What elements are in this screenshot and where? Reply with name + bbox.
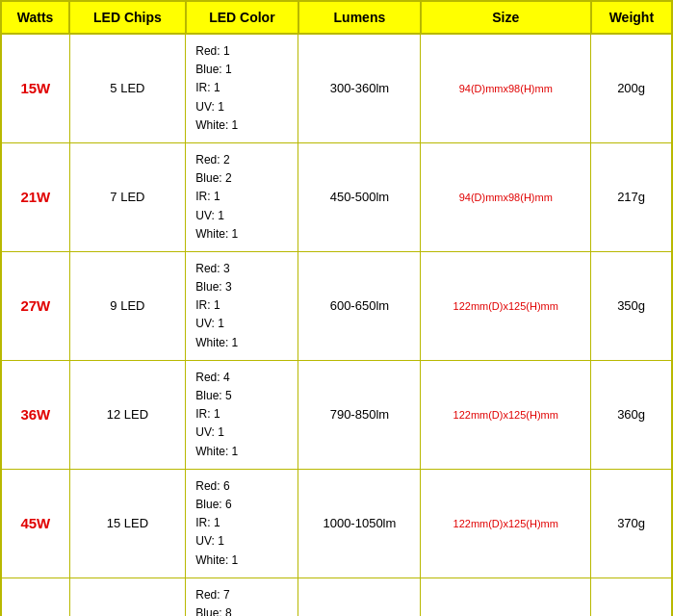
lumens-cell: 300-360lm (298, 34, 421, 142)
watts-cell: 15W (1, 34, 69, 142)
chips-cell: 9 LED (69, 251, 186, 360)
weight-cell: 217g (591, 142, 672, 251)
lumens-cell: 1000-1050lm (298, 469, 421, 578)
color-cell: Red: 1Blue: 1IR: 1UV: 1White: 1 (186, 34, 298, 142)
header-watts: Watts (1, 1, 69, 34)
chips-cell: 18 LED (69, 578, 186, 616)
watts-cell: 36W (1, 360, 69, 469)
color-cell: Red: 7Blue: 8IR: 1UV: 1White: 1 (186, 578, 298, 616)
table-row: 21W7 LEDRed: 2Blue: 2IR: 1UV: 1White: 14… (1, 142, 672, 251)
header-lumens: Lumens (298, 1, 421, 34)
size-cell: 94(D)mmx98(H)mm (421, 142, 591, 251)
watts-cell: 54W (1, 578, 69, 616)
size-cell: 122mm(D)x125(H)mm (421, 578, 591, 616)
table-row: 27W9 LEDRed: 3Blue: 3IR: 1UV: 1White: 16… (1, 251, 672, 360)
header-size: Size (421, 1, 591, 34)
weight-cell: 350g (591, 251, 672, 360)
specs-table: Watts LED Chips LED Color Lumens Size We… (0, 0, 673, 616)
size-cell: 122mm(D)x125(H)mm (421, 469, 591, 578)
table-row: 45W15 LEDRed: 6Blue: 6IR: 1UV: 1White: 1… (1, 469, 672, 578)
chips-cell: 12 LED (69, 360, 186, 469)
watts-cell: 45W (1, 469, 69, 578)
weight-cell: 370g (591, 469, 672, 578)
color-cell: Red: 4Blue: 5IR: 1UV: 1White: 1 (186, 360, 298, 469)
header-weight: Weight (591, 1, 672, 34)
weight-cell: 380g (591, 578, 672, 616)
weight-cell: 200g (591, 34, 672, 142)
header-led-color: LED Color (186, 1, 298, 34)
size-cell: 122mm(D)x125(H)mm (421, 251, 591, 360)
chips-cell: 15 LED (69, 469, 186, 578)
weight-cell: 360g (591, 360, 672, 469)
color-cell: Red: 3Blue: 3IR: 1UV: 1White: 1 (186, 251, 298, 360)
table-row: 15W5 LEDRed: 1Blue: 1IR: 1UV: 1White: 13… (1, 34, 672, 142)
color-cell: Red: 6Blue: 6IR: 1UV: 1White: 1 (186, 469, 298, 578)
header-led-chips: LED Chips (69, 1, 186, 34)
watts-cell: 21W (1, 142, 69, 251)
size-cell: 94(D)mmx98(H)mm (421, 34, 591, 142)
watts-cell: 27W (1, 251, 69, 360)
table-row: 54W18 LEDRed: 7Blue: 8IR: 1UV: 1White: 1… (1, 578, 672, 616)
chips-cell: 5 LED (69, 34, 186, 142)
color-cell: Red: 2Blue: 2IR: 1UV: 1White: 1 (186, 142, 298, 251)
size-cell: 122mm(D)x125(H)mm (421, 360, 591, 469)
lumens-cell: 1200-1260lm (298, 578, 421, 616)
chips-cell: 7 LED (69, 142, 186, 251)
lumens-cell: 790-850lm (298, 360, 421, 469)
lumens-cell: 450-500lm (298, 142, 421, 251)
lumens-cell: 600-650lm (298, 251, 421, 360)
table-row: 36W12 LEDRed: 4Blue: 5IR: 1UV: 1White: 1… (1, 360, 672, 469)
